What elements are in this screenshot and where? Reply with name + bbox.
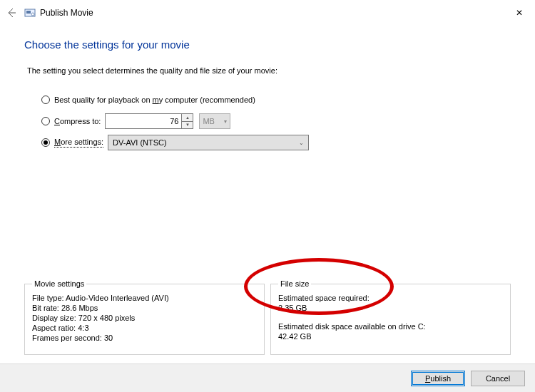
publish-button[interactable]: Publish: [411, 371, 465, 386]
back-arrow-icon: [6, 7, 17, 19]
bitrate-line: Bit rate: 28.6 Mbps: [32, 304, 257, 312]
option-best-quality[interactable]: Best quality for playback on my computer…: [41, 89, 511, 110]
option-compress[interactable]: Compress to: ▲ ▼ MB ▾: [41, 110, 511, 132]
app-icon: [24, 7, 36, 19]
close-icon: ✕: [516, 8, 523, 18]
page-heading: Choose the settings for your movie: [24, 38, 511, 51]
est-required-label: Estimated space required:: [278, 294, 503, 302]
radio-more-settings[interactable]: [41, 138, 50, 147]
svg-point-2: [31, 13, 34, 16]
options-group: Best quality for playback on my computer…: [41, 89, 511, 153]
radio-best-quality[interactable]: [41, 96, 50, 104]
fps-line: Frames per second: 30: [32, 334, 257, 342]
option-best-quality-label: Best quality for playback on my computer…: [54, 96, 255, 104]
chevron-down-icon: ▾: [224, 118, 227, 125]
title-bar: Publish Movie ✕: [0, 0, 535, 26]
dialog-content: Choose the settings for your movie The s…: [0, 38, 535, 153]
more-settings-dropdown[interactable]: DV-AVI (NTSC) ⌄: [108, 135, 309, 150]
cancel-button-label: Cancel: [486, 374, 510, 383]
button-bar: Publish Cancel: [0, 363, 535, 392]
aspect-ratio-line: Aspect ratio: 4:3: [32, 324, 257, 332]
option-more-settings[interactable]: More settings: DV-AVI (NTSC) ⌄: [41, 132, 511, 153]
file-size-panel: File size Estimated space required: 2.35…: [270, 279, 511, 355]
compress-size-input[interactable]: [105, 113, 182, 129]
file-size-legend: File size: [278, 279, 311, 288]
intro-text: The setting you select determines the qu…: [27, 66, 511, 75]
svg-rect-1: [26, 11, 31, 14]
option-compress-label: Compress to:: [54, 117, 101, 125]
est-required-value: 2.35 GB: [278, 304, 503, 312]
est-available-value: 42.42 GB: [278, 332, 503, 341]
publish-button-label: Publish: [425, 374, 451, 383]
more-settings-value: DV-AVI (NTSC): [113, 138, 167, 147]
cancel-button[interactable]: Cancel: [471, 371, 525, 386]
spinner-down-icon[interactable]: ▼: [182, 122, 193, 129]
display-size-line: Display size: 720 x 480 pixels: [32, 314, 257, 322]
chevron-down-icon: ⌄: [299, 140, 304, 146]
est-available-label: Estimated disk space available on drive …: [278, 322, 503, 331]
window-title: Publish Movie: [40, 8, 93, 18]
spacer: [278, 314, 503, 321]
spinner-up-icon[interactable]: ▲: [182, 114, 193, 122]
info-panels: Movie settings File type: Audio-Video In…: [24, 279, 511, 355]
compress-unit-value: MB: [203, 117, 215, 125]
option-more-settings-label: More settings:: [54, 138, 103, 148]
radio-compress[interactable]: [41, 117, 50, 125]
close-button[interactable]: ✕: [511, 4, 528, 21]
file-type-line: File type: Audio-Video Interleaved (AVI): [32, 294, 257, 302]
movie-settings-legend: Movie settings: [32, 279, 86, 288]
compress-size-spinner[interactable]: ▲ ▼: [182, 113, 193, 129]
compress-unit-dropdown: MB ▾: [199, 113, 230, 129]
movie-settings-panel: Movie settings File type: Audio-Video In…: [24, 279, 265, 355]
back-button[interactable]: [4, 6, 19, 20]
